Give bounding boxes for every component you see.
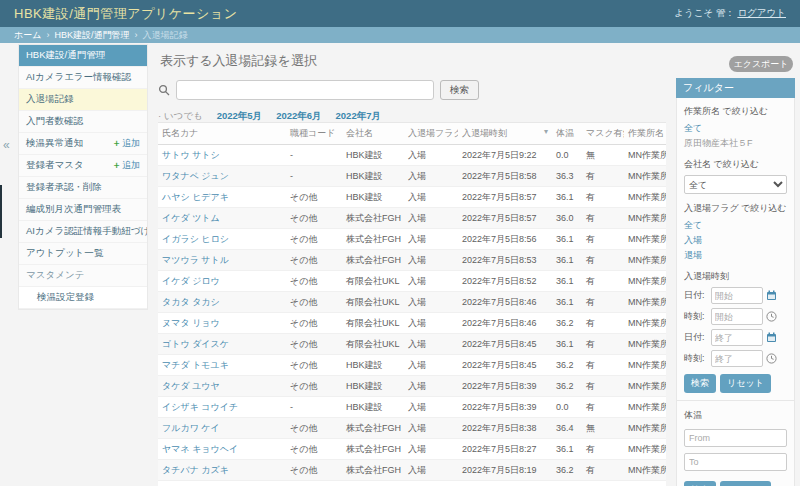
- record-cell: MN作業所: [624, 187, 666, 208]
- record-cell: 入場: [404, 376, 458, 397]
- column-header[interactable]: 入退場フラグ: [404, 123, 458, 145]
- record-cell: HBK建設: [342, 376, 404, 397]
- breadcrumb: ホーム›HBK建設/通門管理›入退場記録: [0, 27, 800, 43]
- record-name-link[interactable]: サイトウ マサヤ: [158, 481, 286, 486]
- sidebar-item[interactable]: 入退場記録: [19, 89, 147, 111]
- temperature-search-button[interactable]: 検索: [684, 481, 716, 486]
- column-header[interactable]: 作業所名: [624, 123, 666, 145]
- flag-option[interactable]: 退場: [684, 249, 787, 262]
- sidebar-item[interactable]: 登録者マスタ＋追加: [19, 155, 147, 177]
- worksite-option[interactable]: 全て: [684, 122, 787, 135]
- record-cell: 36.1: [552, 481, 582, 486]
- sort-caret-icon[interactable]: ▾: [544, 127, 548, 136]
- add-link[interactable]: ＋追加: [112, 159, 140, 172]
- column-header[interactable]: マスク有無: [582, 123, 624, 145]
- record-name-link[interactable]: タケダ ユウヤ: [158, 376, 286, 397]
- add-link[interactable]: ＋追加: [112, 137, 140, 150]
- sidebar-item-label: 入退場記録: [26, 93, 74, 106]
- record-cell: MN作業所: [624, 397, 666, 418]
- column-header[interactable]: 職種コード: [286, 123, 342, 145]
- sidebar-item[interactable]: マスタメンテ: [19, 265, 147, 287]
- record-name-link[interactable]: サトウ サトシ: [158, 145, 286, 166]
- record-name-link[interactable]: マチダ トモユキ: [158, 355, 286, 376]
- record-name-link[interactable]: ヌマタ リョウ: [158, 313, 286, 334]
- search-input[interactable]: [176, 80, 434, 100]
- record-name-link[interactable]: ヤマネ キョウヘイ: [158, 439, 286, 460]
- plus-icon: ＋: [112, 138, 121, 148]
- record-name-link[interactable]: イケダ ツトム: [158, 208, 286, 229]
- breadcrumb-item[interactable]: ホーム: [14, 29, 41, 42]
- column-header[interactable]: 体温: [552, 123, 582, 145]
- record-cell: -: [286, 166, 342, 187]
- record-cell: HBK建設: [342, 355, 404, 376]
- flag-option[interactable]: 全て: [684, 219, 787, 232]
- end-date-input[interactable]: [711, 329, 763, 346]
- time-filter-actions: 検索 リセット: [684, 374, 787, 393]
- table-row: イガラシ ヒロシその他株式会社FGH入場2022年7月5日8:5636.1有MN…: [158, 229, 666, 250]
- company-select[interactable]: 全て: [684, 175, 787, 194]
- record-name-link[interactable]: フルカワ ケイ: [158, 418, 286, 439]
- record-cell: その他: [286, 313, 342, 334]
- calendar-icon[interactable]: [766, 332, 777, 343]
- flag-option[interactable]: 入場: [684, 234, 787, 247]
- calendar-icon[interactable]: [766, 290, 777, 301]
- search-button[interactable]: 検索: [440, 80, 479, 100]
- column-header[interactable]: 氏名カナ: [158, 123, 286, 145]
- record-name-link[interactable]: マツウラ サトル: [158, 250, 286, 271]
- worksite-option[interactable]: 原田物産本社５F: [684, 137, 787, 150]
- breadcrumb-item[interactable]: 入退場記録: [142, 29, 187, 42]
- record-cell: 株式会社FGH: [342, 418, 404, 439]
- export-button[interactable]: エクスポート: [729, 56, 793, 72]
- record-name-link[interactable]: ゴトウ ダイスケ: [158, 334, 286, 355]
- record-cell: 36.2: [552, 460, 582, 481]
- sidebar-item[interactable]: 入門者数確認: [19, 111, 147, 133]
- logout-link[interactable]: ログアウト: [737, 7, 786, 18]
- temperature-to-input[interactable]: [684, 453, 787, 471]
- table-row: サトウ サトシ-HBK建設入場2022年7月5日9:220.0無MN作業所: [158, 145, 666, 166]
- start-time-input[interactable]: [711, 308, 763, 325]
- sidebar-item[interactable]: 登録者承認・削除: [19, 177, 147, 199]
- filter-panel: フィルター 作業所名 で絞り込む 全て原田物産本社５F 会社名 で絞り込む 全て…: [676, 78, 795, 486]
- record-cell: 36.2: [552, 355, 582, 376]
- record-name-link[interactable]: イケダ ジロウ: [158, 271, 286, 292]
- sidebar-item[interactable]: 編成別月次通門管理表: [19, 199, 147, 221]
- record-cell: 2022年7月5日8:57: [458, 208, 552, 229]
- record-name-link[interactable]: タチバナ カズキ: [158, 460, 286, 481]
- end-time-input[interactable]: [711, 350, 763, 367]
- table-row: マツウラ サトルその他株式会社FGH入場2022年7月5日8:5336.1有MN…: [158, 250, 666, 271]
- start-time-label: 時刻:: [684, 310, 708, 323]
- temperature-reset-button[interactable]: リセット: [720, 481, 771, 486]
- time-search-button[interactable]: 検索: [684, 374, 716, 393]
- breadcrumb-item[interactable]: HBK建設/通門管理: [54, 29, 129, 42]
- column-header[interactable]: 会社名: [342, 123, 404, 145]
- table-row: マチダ トモユキその他HBK建設入場2022年7月5日8:4536.2有MN作業…: [158, 355, 666, 376]
- sidebar-item[interactable]: HBK建設/通門管理: [19, 45, 147, 67]
- temperature-from-input[interactable]: [684, 429, 787, 447]
- breadcrumb-separator: ›: [46, 30, 49, 40]
- sidebar-item[interactable]: AIカメラ認証情報手動紐づけ: [19, 221, 147, 243]
- sidebar-item[interactable]: AIカメラエラー情報確認: [19, 67, 147, 89]
- page-title: 表示する入退場記録を選択: [160, 52, 317, 70]
- record-name-link[interactable]: イガラシ ヒロシ: [158, 229, 286, 250]
- column-header[interactable]: 入退場時刻▾: [458, 123, 552, 145]
- sidebar-item[interactable]: 検温異常通知＋追加: [19, 133, 147, 155]
- record-name-link[interactable]: イシザキ コウイチ: [158, 397, 286, 418]
- sidebar-item-label: AIカメラエラー情報確認: [26, 71, 131, 84]
- record-cell: 36.1: [552, 292, 582, 313]
- record-name-link[interactable]: タカタ タカシ: [158, 292, 286, 313]
- sidebar-item[interactable]: 検温設定登録: [19, 287, 147, 309]
- table-row: イケダ ツトムその他株式会社FGH入場2022年7月5日8:5736.0有MN作…: [158, 208, 666, 229]
- record-name-link[interactable]: ハヤシ ヒデアキ: [158, 187, 286, 208]
- start-date-input[interactable]: [711, 287, 763, 304]
- table-row: イシザキ コウイチ-HBK建設入場2022年7月5日8:390.0有MN作業所: [158, 397, 666, 418]
- record-cell: 入場: [404, 439, 458, 460]
- record-cell: 入場: [404, 208, 458, 229]
- time-reset-button[interactable]: リセット: [720, 374, 771, 393]
- table-row: イケダ ジロウその他有限会社UKL入場2022年7月5日8:5236.1有MN作…: [158, 271, 666, 292]
- clock-icon[interactable]: [766, 311, 777, 322]
- record-name-link[interactable]: ワタナベ ジュン: [158, 166, 286, 187]
- sidebar-collapse-handle[interactable]: «: [3, 138, 10, 152]
- record-cell: HBK建設: [342, 187, 404, 208]
- clock-icon[interactable]: [766, 353, 777, 364]
- sidebar-item[interactable]: アウトプット一覧: [19, 243, 147, 265]
